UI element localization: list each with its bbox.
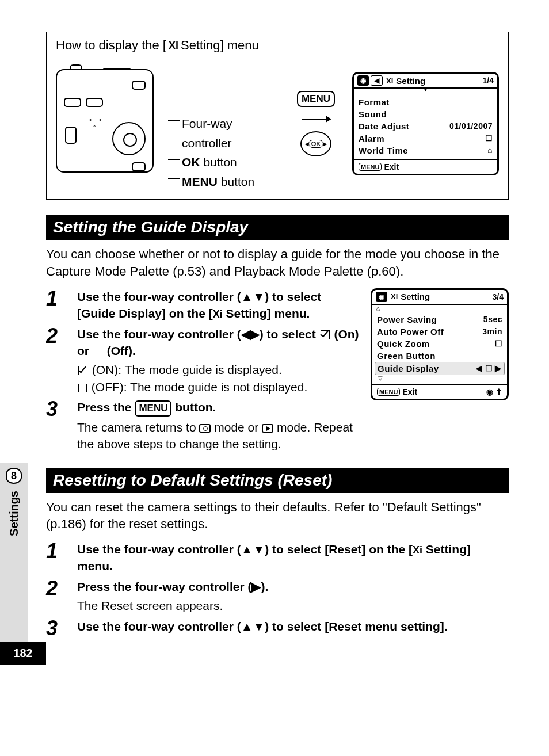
camera-labels: Four-way controller OK button MENU butto… xyxy=(171,56,280,191)
howto-title-pre: How to display the [ xyxy=(56,38,166,53)
tool-icon: Xi xyxy=(169,40,178,52)
lcd-screen-2: ◉ Xi Setting 3/4 △ Power Saving5sec Auto… xyxy=(371,288,509,400)
label-ok: OK button xyxy=(171,152,280,172)
camera-diagram: ∘ ∘ ∘ xyxy=(56,69,154,178)
lcd2-body: Power Saving5sec Auto Power Off3min Quic… xyxy=(372,310,507,384)
menu-badge-icon: MENU xyxy=(377,388,400,396)
section-title-guide: Setting the Guide Display xyxy=(46,215,509,240)
checkbox-off-icon xyxy=(94,348,102,356)
checkbox-on-icon xyxy=(78,366,87,375)
lcd-tab-arrow: ◀ xyxy=(371,75,383,86)
section-title-reset: Resetting to Default Settings (Reset) xyxy=(46,468,509,493)
howto-title-post: Setting] menu xyxy=(181,38,259,53)
lcd-screen-1: ◉ ◀ Xi Setting 1/4 ▼ Format Sound Date A… xyxy=(352,72,499,175)
lcd1-page: 1/4 xyxy=(483,76,494,85)
arrow-column: MENU ◂OK▸ xyxy=(297,91,335,156)
lcd1-exit: Exit xyxy=(384,162,399,171)
reset-step2: Press the four-way controller (▶). xyxy=(77,578,509,595)
reset-step2-desc: The Reset screen appears. xyxy=(77,597,509,614)
lcd2-page: 3/4 xyxy=(493,292,504,301)
lcd2-selected-row: Guide Display◀ ☐ ▶ xyxy=(375,362,505,375)
step3-desc: The camera returns to mode or mode. Repe… xyxy=(77,419,361,453)
lcd1-body: Format Sound Date Adjust01/01/2007 Alarm… xyxy=(354,93,497,159)
tool-icon: Xi xyxy=(386,77,393,85)
step-number-2: 2 xyxy=(46,578,62,614)
lcd2-footer-icons: ◉ ⬆ xyxy=(486,387,502,396)
tool-icon: Xi xyxy=(213,307,223,322)
step2-desc: (ON): The mode guide is displayed. (OFF)… xyxy=(77,361,361,395)
howto-title: How to display the [ Xi Setting] menu xyxy=(56,38,499,53)
reset-step1: Use the four-way controller (▲▼) to sele… xyxy=(77,541,509,575)
menu-button-icon: MENU xyxy=(297,91,335,107)
arrow-right-icon xyxy=(302,119,330,120)
camera-tab-icon: ◉ xyxy=(357,75,369,86)
step3-text: Press the MENU button. xyxy=(77,399,361,417)
chapter-label: Settings xyxy=(7,491,21,536)
chapter-tab: 8 Settings xyxy=(0,463,28,665)
ok-button-icon: ◂OK▸ xyxy=(300,131,331,156)
reset-step3: Use the four-way controller (▲▼) to sele… xyxy=(77,618,509,635)
step2-text: Use the four-way controller (◀▶) to sele… xyxy=(77,326,361,360)
page-number: 182 xyxy=(0,642,46,665)
step1-text: Use the four-way controller (▲▼) to sele… xyxy=(77,288,361,322)
checkbox-off-icon xyxy=(78,384,87,392)
label-menu: MENU button xyxy=(171,172,280,192)
step-number-3: 3 xyxy=(46,399,62,453)
menu-badge-icon: MENU xyxy=(359,163,382,171)
down-arrow-icon: ▼ xyxy=(354,86,497,93)
tool-icon: Xi xyxy=(391,292,398,301)
checkbox-on-icon xyxy=(321,330,330,339)
camera-tab-icon: ◉ xyxy=(376,292,387,302)
chapter-number: 8 xyxy=(6,468,22,484)
label-fourway: Four-way controller xyxy=(171,114,280,152)
howto-box: How to display the [ Xi Setting] menu ∘ … xyxy=(46,32,509,200)
step-number-3: 3 xyxy=(46,618,62,639)
playback-mode-icon xyxy=(262,424,273,433)
step-number-1: 1 xyxy=(46,541,62,575)
lcd1-title: Setting xyxy=(396,76,425,86)
section1-intro: You can choose whether or not to display… xyxy=(46,246,509,280)
step-number-1: 1 xyxy=(46,288,62,322)
capture-mode-icon xyxy=(199,424,211,433)
step-number-2: 2 xyxy=(46,326,62,396)
tool-icon: Xi xyxy=(413,543,422,558)
section2-intro: You can reset the camera settings to the… xyxy=(46,499,509,533)
lcd2-title: Setting xyxy=(401,292,430,301)
lcd2-exit: Exit xyxy=(402,387,417,396)
